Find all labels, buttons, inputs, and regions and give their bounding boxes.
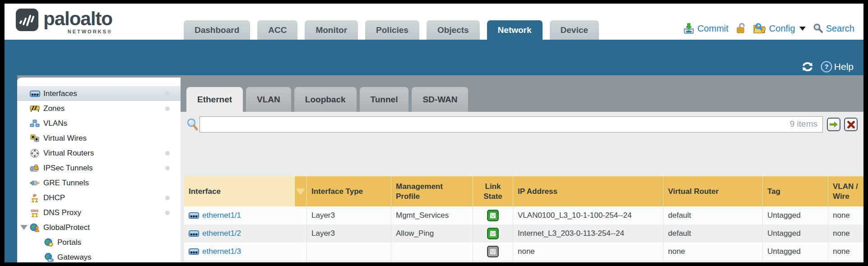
sidebar-item-virtual-wires[interactable]: Virtual Wires <box>17 131 181 146</box>
status-dot-icon <box>165 166 170 170</box>
sidebar-item-interfaces[interactable]: Interfaces <box>17 86 181 101</box>
interface-type-cell: Layer3 <box>307 206 391 225</box>
help-button[interactable]: ? Help <box>821 61 854 73</box>
interface-link[interactable]: ethernet1/2 <box>202 229 241 238</box>
column-header-link-state[interactable]: Link State <box>473 176 513 206</box>
sidebar: InterfacesZonesVLANsVirtual WiresVirtual… <box>17 78 181 262</box>
sidebar-item-zones[interactable]: Zones <box>17 101 181 116</box>
tab-acc[interactable]: ACC <box>257 20 297 40</box>
apply-filter-button[interactable] <box>827 118 840 131</box>
filter-input[interactable] <box>200 116 823 133</box>
sidebar-item-vlans[interactable]: VLANs <box>17 116 181 131</box>
dhcp-icon: IP <box>29 193 40 202</box>
status-dot-icon <box>165 92 170 96</box>
link-state-up-icon <box>487 228 499 239</box>
column-header-vlan-wire[interactable]: VLAN / Wire <box>828 176 863 206</box>
clear-filter-button[interactable] <box>844 118 858 131</box>
virtual-router-cell: default <box>664 225 763 243</box>
zones-icon <box>29 105 40 112</box>
sidebar-item-gateways[interactable]: Gateways <box>17 250 181 262</box>
sidebar-item-ipsec-tunnels[interactable]: IPSec Tunnels <box>17 161 181 175</box>
virtual-wires-icon <box>29 134 40 142</box>
column-header-ip-address[interactable]: IP Address <box>513 176 664 206</box>
interface-link[interactable]: ethernet1/1 <box>202 211 241 220</box>
ethernet-panel: 9 items <box>181 112 863 262</box>
config-menu[interactable]: Config <box>753 23 806 34</box>
link-state-cell <box>473 225 513 243</box>
tab-dashboard[interactable]: Dashboard <box>184 20 250 40</box>
search-menu[interactable]: Search <box>812 23 854 34</box>
table-body: ethernet1/1Layer3Mgmt_ServicesVLAN0100_L… <box>184 206 863 262</box>
app-content: paloalto NETWORKS® DashboardACCMonitorPo… <box>5 4 863 262</box>
link-state-down-icon <box>487 246 499 257</box>
interface-type-cell: Layer3 <box>307 225 391 243</box>
sidebar-item-label: GlobalProtect <box>43 223 90 232</box>
tab-device[interactable]: Device <box>550 20 599 40</box>
interface-link[interactable]: ethernet1/3 <box>202 247 241 256</box>
help-label: Help <box>834 61 854 72</box>
tab-policies[interactable]: Policies <box>365 20 419 40</box>
gre-tunnels-icon <box>29 179 40 187</box>
subtab-vlan[interactable]: VLAN <box>246 87 291 112</box>
column-header-tag[interactable]: Tag <box>763 176 828 206</box>
commit-button[interactable]: Commit <box>683 23 729 34</box>
sidebar-item-globalprotect[interactable]: GlobalProtect <box>17 220 181 235</box>
table-row: ethernet1/1Layer3Mgmt_ServicesVLAN0100_L… <box>184 206 863 225</box>
vlan-wire-cell: none <box>828 243 863 261</box>
column-header-management-profile[interactable]: Management Profile <box>391 176 473 206</box>
status-dot-icon <box>165 151 170 156</box>
brand-subtitle: NETWORKS® <box>68 29 112 34</box>
subtab-tunnel[interactable]: Tunnel <box>360 87 409 112</box>
status-dot-icon <box>165 196 170 200</box>
ip-address-cell: none <box>513 243 664 261</box>
subtab-sd-wan[interactable]: SD-WAN <box>412 87 468 112</box>
caret-down-icon <box>799 27 806 31</box>
dns-proxy-icon: DNS <box>29 208 40 217</box>
commit-icon <box>683 23 695 34</box>
interface-cell: ethernet1/2 <box>184 225 307 243</box>
sidebar-item-label: Zones <box>43 104 65 113</box>
portals-icon <box>43 238 54 247</box>
subtab-loopback[interactable]: Loopback <box>294 87 357 112</box>
sort-dropdown-button[interactable] <box>295 176 307 206</box>
tag-cell: Untagged <box>763 225 828 243</box>
sidebar-item-label: Virtual Wires <box>43 134 87 143</box>
table-row: ethernet1/3nonenoneUntaggednone <box>184 243 863 261</box>
vlan-wire-cell: none <box>828 261 863 262</box>
tab-objects[interactable]: Objects <box>427 20 480 40</box>
interface-cell: ethernet1/3 <box>184 243 307 261</box>
ip-address-cell: VLAN0100_L3_10-1-100-254--24 <box>513 206 664 225</box>
sidebar-item-virtual-routers[interactable]: Virtual Routers <box>17 146 181 161</box>
top-bar: paloalto NETWORKS® DashboardACCMonitorPo… <box>5 4 863 40</box>
sidebar-item-label: Interfaces <box>43 89 77 98</box>
search-icon <box>812 23 823 34</box>
main-area: EthernetVLANLoopbackTunnelSD-WAN 9 items <box>181 75 863 262</box>
sidebar-item-dhcp[interactable]: IPDHCP <box>17 190 181 205</box>
table-header-row: InterfaceInterface TypeManagement Profil… <box>184 176 863 206</box>
vlan-wire-cell: none <box>828 206 863 225</box>
subtab-ethernet[interactable]: Ethernet <box>186 87 243 112</box>
column-header-virtual-router[interactable]: Virtual Router <box>664 176 763 206</box>
tab-network[interactable]: Network <box>487 20 543 40</box>
gateways-icon <box>43 253 54 262</box>
sort-triangle-icon <box>297 189 305 194</box>
management-profile-cell <box>391 243 473 261</box>
filter-magnifier-icon[interactable] <box>186 118 199 131</box>
sidebar-item-label: Virtual Routers <box>43 149 94 158</box>
interface-cell: ethernet1/4 <box>184 261 307 262</box>
tab-monitor[interactable]: Monitor <box>305 20 358 40</box>
lock-button[interactable] <box>735 23 746 34</box>
interface-cell: ethernet1/1 <box>184 206 307 225</box>
sidebar-item-label: GRE Tunnels <box>43 179 89 188</box>
refresh-button[interactable] <box>801 61 814 72</box>
table-row: ethernet1/2Layer3Allow_PingInternet_L3_2… <box>184 225 863 243</box>
column-header-interface[interactable]: Interface <box>184 176 295 206</box>
sidebar-item-label: IPSec Tunnels <box>43 164 93 173</box>
ip-address-cell: none <box>513 261 664 262</box>
sidebar-item-gre-tunnels[interactable]: GRE Tunnels <box>17 175 181 190</box>
sidebar-item-portals[interactable]: Portals <box>17 235 181 250</box>
red-x-icon <box>847 121 855 128</box>
expander-triangle-icon[interactable] <box>20 225 28 230</box>
column-header-interface-type[interactable]: Interface Type <box>307 176 391 206</box>
sidebar-item-dns-proxy[interactable]: DNSDNS Proxy <box>17 205 181 220</box>
